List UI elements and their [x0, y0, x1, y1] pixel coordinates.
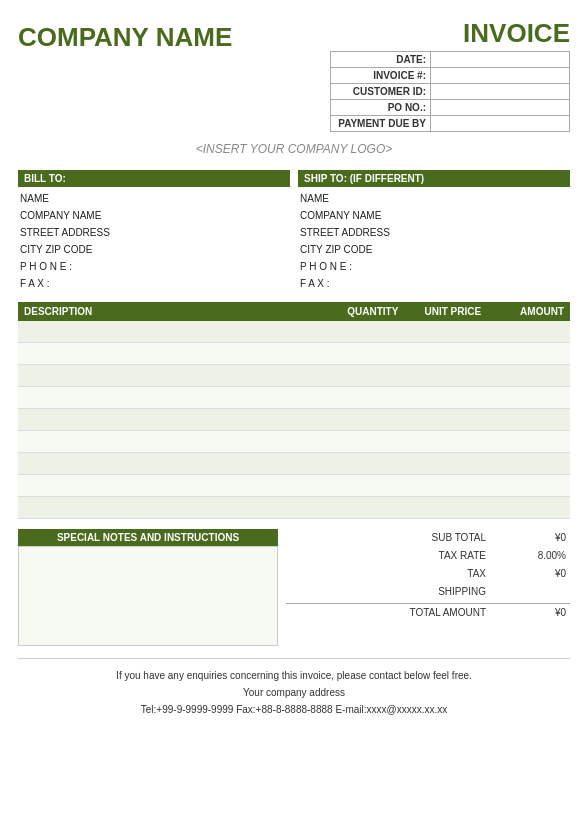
notes-block: SPECIAL NOTES AND INSTRUCTIONS [18, 529, 278, 646]
subtotal-value: ¥0 [496, 532, 566, 543]
items-table: DESCRIPTION QUANTITY UNIT PRICE AMOUNT [18, 302, 570, 519]
col-header-description: DESCRIPTION [18, 302, 322, 321]
table-header-row: DESCRIPTION QUANTITY UNIT PRICE AMOUNT [18, 302, 570, 321]
ship-to-company: COMPANY NAME [300, 207, 570, 224]
cell-quantity [322, 431, 405, 453]
logo-text: <INSERT YOUR COMPANY LOGO> [196, 142, 393, 156]
footer-line3: Tel:+99-9-9999-9999 Fax:+88-8-8888-8888 … [18, 701, 570, 718]
bill-to-block: BILL TO: NAME COMPANY NAME STREET ADDRES… [18, 170, 290, 292]
cell-quantity [322, 321, 405, 343]
cell-unit_price [404, 343, 487, 365]
table-row [18, 343, 570, 365]
cell-unit_price [404, 497, 487, 519]
subtotal-label: SUB TOTAL [290, 532, 496, 543]
table-row [18, 453, 570, 475]
cell-quantity [322, 453, 405, 475]
bottom-section: SPECIAL NOTES AND INSTRUCTIONS SUB TOTAL… [18, 529, 570, 646]
shipping-value [496, 586, 566, 597]
ship-to-name: NAME [300, 190, 570, 207]
cell-description [18, 497, 322, 519]
meta-label-invoice: INVOICE #: [331, 68, 431, 84]
totals-block: SUB TOTAL ¥0 TAX RATE 8.00% TAX ¥0 SHIPP… [286, 529, 570, 646]
cell-amount [487, 431, 570, 453]
cell-description [18, 321, 322, 343]
cell-description [18, 431, 322, 453]
ship-to-header: SHIP TO: (IF DIFFERENT) [298, 170, 570, 187]
tax-label: TAX [290, 568, 496, 579]
totals-row-total: TOTAL AMOUNT ¥0 [286, 603, 570, 621]
footer-line1: If you have any enquiries concerning thi… [18, 667, 570, 684]
col-header-amount: AMOUNT [487, 302, 570, 321]
cell-amount [487, 453, 570, 475]
bill-to-content: NAME COMPANY NAME STREET ADDRESS CITY ZI… [18, 190, 290, 292]
meta-label-po: PO NO.: [331, 100, 431, 116]
meta-row-date: DATE: [331, 52, 570, 68]
total-label: TOTAL AMOUNT [290, 607, 496, 618]
cell-unit_price [404, 387, 487, 409]
logo-area: <INSERT YOUR COMPANY LOGO> [18, 132, 570, 162]
ship-to-content: NAME COMPANY NAME STREET ADDRESS CITY ZI… [298, 190, 570, 292]
cell-description [18, 387, 322, 409]
meta-value-invoice [431, 68, 570, 84]
meta-row-invoice: INVOICE #: [331, 68, 570, 84]
tax-value: ¥0 [496, 568, 566, 579]
table-row [18, 497, 570, 519]
meta-value-po [431, 100, 570, 116]
total-value: ¥0 [496, 607, 566, 618]
bill-to-fax: F A X : [20, 275, 290, 292]
totals-row-tax: TAX ¥0 [286, 565, 570, 582]
table-row [18, 387, 570, 409]
meta-row-po: PO NO.: [331, 100, 570, 116]
totals-row-taxrate: TAX RATE 8.00% [286, 547, 570, 564]
table-row [18, 365, 570, 387]
cell-unit_price [404, 475, 487, 497]
bill-to-city: CITY ZIP CODE [20, 241, 290, 258]
cell-description [18, 343, 322, 365]
invoice-meta-table: DATE: INVOICE #: CUSTOMER ID: PO NO.: PA… [330, 51, 570, 132]
table-row [18, 475, 570, 497]
meta-row-customer: CUSTOMER ID: [331, 84, 570, 100]
table-row [18, 431, 570, 453]
totals-row-subtotal: SUB TOTAL ¥0 [286, 529, 570, 546]
bill-to-street: STREET ADDRESS [20, 224, 290, 241]
cell-quantity [322, 497, 405, 519]
header: COMPANY NAME INVOICE DATE: INVOICE #: CU… [18, 18, 570, 132]
shipping-label: SHIPPING [290, 586, 496, 597]
col-header-quantity: QUANTITY [322, 302, 405, 321]
cell-unit_price [404, 365, 487, 387]
notes-body [18, 546, 278, 646]
cell-amount [487, 365, 570, 387]
cell-amount [487, 321, 570, 343]
header-right: INVOICE DATE: INVOICE #: CUSTOMER ID: PO… [330, 18, 570, 132]
cell-unit_price [404, 321, 487, 343]
cell-unit_price [404, 431, 487, 453]
ship-to-phone: P H O N E : [300, 258, 570, 275]
cell-quantity [322, 365, 405, 387]
bill-to-name: NAME [20, 190, 290, 207]
cell-unit_price [404, 409, 487, 431]
cell-quantity [322, 343, 405, 365]
ship-to-city: CITY ZIP CODE [300, 241, 570, 258]
cell-quantity [322, 409, 405, 431]
footer-line2: Your company address [18, 684, 570, 701]
meta-value-date [431, 52, 570, 68]
cell-description [18, 475, 322, 497]
totals-row-shipping: SHIPPING [286, 583, 570, 600]
cell-amount [487, 409, 570, 431]
cell-quantity [322, 387, 405, 409]
cell-description [18, 409, 322, 431]
cell-unit_price [404, 453, 487, 475]
bill-to-company: COMPANY NAME [20, 207, 290, 224]
cell-amount [487, 475, 570, 497]
table-row [18, 409, 570, 431]
cell-amount [487, 387, 570, 409]
cell-description [18, 365, 322, 387]
meta-value-payment [431, 116, 570, 132]
meta-label-date: DATE: [331, 52, 431, 68]
taxrate-label: TAX RATE [290, 550, 496, 561]
col-header-unit-price: UNIT PRICE [404, 302, 487, 321]
meta-row-payment: PAYMENT DUE BY [331, 116, 570, 132]
notes-header: SPECIAL NOTES AND INSTRUCTIONS [18, 529, 278, 546]
cell-description [18, 453, 322, 475]
ship-to-street: STREET ADDRESS [300, 224, 570, 241]
